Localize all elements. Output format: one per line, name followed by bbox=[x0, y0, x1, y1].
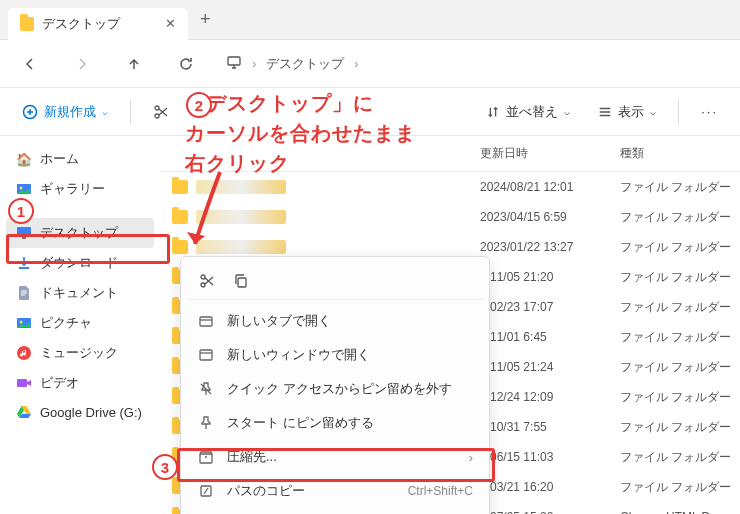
file-name bbox=[196, 180, 286, 194]
file-type: ファイル フォルダー bbox=[620, 419, 740, 436]
ctx-copy-path[interactable]: パスのコピーCtrl+Shift+C bbox=[187, 474, 483, 508]
shortcut: Ctrl+Shift+C bbox=[408, 484, 473, 498]
chevron-right-icon: › bbox=[469, 450, 473, 465]
chevron-right-icon: › bbox=[354, 56, 358, 71]
tab-icon bbox=[197, 313, 215, 329]
copy-icon[interactable] bbox=[227, 267, 255, 295]
file-type: ファイル フォルダー bbox=[620, 359, 740, 376]
gallery-icon bbox=[16, 181, 32, 197]
back-button[interactable] bbox=[18, 52, 42, 76]
sidebar-item-music[interactable]: ミュージック bbox=[0, 338, 160, 368]
cut-button[interactable] bbox=[147, 100, 175, 124]
header-date[interactable]: 更新日時 bbox=[480, 145, 620, 162]
desktop-icon bbox=[16, 225, 32, 241]
sidebar-item-downloads[interactable]: ダウンロード bbox=[0, 248, 160, 278]
sidebar-item-gdrive[interactable]: Google Drive (G:) bbox=[0, 398, 160, 426]
svg-rect-0 bbox=[228, 57, 240, 65]
separator bbox=[678, 100, 679, 124]
table-row[interactable]: 2024/08/21 12:01ファイル フォルダー bbox=[160, 172, 740, 202]
chevron-down-icon: ⌵ bbox=[650, 106, 656, 117]
close-icon[interactable]: ✕ bbox=[165, 16, 176, 31]
folder-icon bbox=[172, 180, 188, 194]
file-date: 3/11/05 21:24 bbox=[480, 360, 620, 374]
gdrive-icon bbox=[16, 404, 32, 420]
file-type: ファイル フォルダー bbox=[620, 479, 740, 496]
folder-icon bbox=[172, 210, 188, 224]
sidebar-item-pictures[interactable]: ピクチャ bbox=[0, 308, 160, 338]
chevron-down-icon: ⌵ bbox=[564, 106, 570, 117]
ctx-new-window[interactable]: 新しいウィンドウで開く bbox=[187, 338, 483, 372]
file-type: ファイル フォルダー bbox=[620, 269, 740, 286]
file-date: 4/07/05 15:20 bbox=[480, 510, 620, 514]
sidebar: 🏠ホーム ギャラリー デスクトップ ダウンロード ドキュメント ピクチャ ミュー… bbox=[0, 136, 160, 514]
copy-path-icon bbox=[197, 483, 215, 499]
file-type: ファイル フォルダー bbox=[620, 179, 740, 196]
sort-button[interactable]: 並べ替え ⌵ bbox=[480, 99, 576, 125]
svg-point-3 bbox=[155, 106, 159, 110]
pin-icon bbox=[197, 415, 215, 431]
context-menu-toolbar bbox=[187, 263, 483, 300]
monitor-icon bbox=[226, 54, 242, 73]
refresh-button[interactable] bbox=[174, 52, 198, 76]
ctx-properties[interactable]: プロパティAlt+Enter bbox=[187, 508, 483, 514]
archive-icon bbox=[197, 449, 215, 465]
svg-rect-6 bbox=[17, 227, 31, 236]
svg-rect-16 bbox=[200, 350, 212, 360]
file-date: 3/03/21 16:20 bbox=[480, 480, 620, 494]
cut-icon[interactable] bbox=[193, 267, 221, 295]
unpin-icon bbox=[197, 381, 215, 397]
chevron-down-icon: ⌵ bbox=[102, 106, 108, 117]
file-date: 3/06/15 11:03 bbox=[480, 450, 620, 464]
table-row[interactable]: 2023/04/15 6:59ファイル フォルダー bbox=[160, 202, 740, 232]
file-date: 3/11/05 21:20 bbox=[480, 270, 620, 284]
file-type: ファイル フォルダー bbox=[620, 449, 740, 466]
file-date: 2023/04/15 6:59 bbox=[480, 210, 620, 224]
sidebar-item-documents[interactable]: ドキュメント bbox=[0, 278, 160, 308]
tab[interactable]: デスクトップ ✕ bbox=[8, 8, 188, 40]
titlebar: デスクトップ ✕ + bbox=[0, 0, 740, 40]
header-type[interactable]: 種類 bbox=[620, 145, 740, 162]
sidebar-item-gallery[interactable]: ギャラリー bbox=[0, 174, 160, 204]
view-button[interactable]: 表示 ⌵ bbox=[592, 99, 662, 125]
svg-rect-7 bbox=[22, 237, 26, 239]
ctx-new-tab[interactable]: 新しいタブで開く bbox=[187, 304, 483, 338]
file-date: 2023/01/22 13:27 bbox=[480, 240, 620, 254]
svg-point-2 bbox=[155, 114, 159, 118]
file-type: ファイル フォルダー bbox=[620, 209, 740, 226]
file-type: ファイル フォルダー bbox=[620, 299, 740, 316]
new-button[interactable]: 新規作成 ⌵ bbox=[16, 99, 114, 125]
file-name bbox=[196, 210, 286, 224]
ctx-pin-start[interactable]: スタート にピン留めする bbox=[187, 406, 483, 440]
new-tab-button[interactable]: + bbox=[200, 9, 211, 30]
more-button[interactable]: ··· bbox=[695, 100, 724, 123]
breadcrumb-item[interactable]: デスクトップ bbox=[266, 55, 344, 73]
forward-button[interactable] bbox=[70, 52, 94, 76]
context-menu: 新しいタブで開く 新しいウィンドウで開く クイック アクセスからピン留めを外す … bbox=[180, 256, 490, 514]
video-icon bbox=[16, 375, 32, 391]
sidebar-item-videos[interactable]: ビデオ bbox=[0, 368, 160, 398]
file-type: ファイル フォルダー bbox=[620, 329, 740, 346]
window-icon bbox=[197, 347, 215, 363]
sidebar-item-home[interactable]: 🏠ホーム bbox=[0, 144, 160, 174]
home-icon: 🏠 bbox=[16, 151, 32, 167]
sidebar-item-desktop[interactable]: デスクトップ bbox=[6, 218, 154, 248]
folder-icon bbox=[20, 17, 34, 31]
ctx-unpin[interactable]: クイック アクセスからピン留めを外す bbox=[187, 372, 483, 406]
folder-icon bbox=[172, 240, 188, 254]
file-name bbox=[196, 240, 286, 254]
svg-point-5 bbox=[20, 187, 23, 190]
up-button[interactable] bbox=[122, 52, 146, 76]
ctx-compress[interactable]: 圧縮先...› bbox=[187, 440, 483, 474]
toolbar: 新規作成 ⌵ 並べ替え ⌵ 表示 ⌵ ··· bbox=[0, 88, 740, 136]
chevron-right-icon: › bbox=[252, 56, 256, 71]
svg-rect-15 bbox=[200, 317, 212, 326]
svg-point-12 bbox=[201, 283, 205, 287]
svg-point-13 bbox=[201, 275, 205, 279]
sort-label: 並べ替え bbox=[506, 103, 558, 121]
breadcrumb[interactable]: › デスクトップ › bbox=[226, 54, 359, 73]
file-type: ファイル フォルダー bbox=[620, 239, 740, 256]
file-date: 4/11/01 6:45 bbox=[480, 330, 620, 344]
column-headers: 更新日時 種類 bbox=[160, 136, 740, 172]
svg-rect-11 bbox=[17, 379, 27, 387]
download-icon bbox=[16, 255, 32, 271]
